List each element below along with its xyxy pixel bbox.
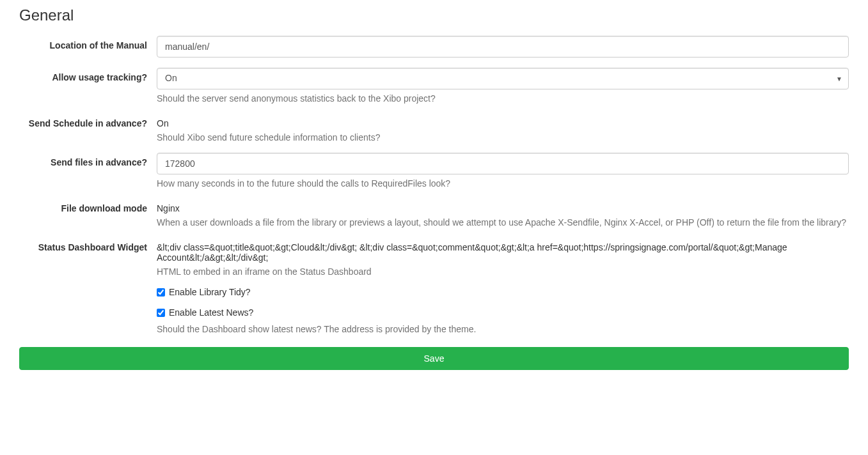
status-widget-value: &lt;div class=&quot;title&quot;&gt;Cloud…	[157, 238, 849, 263]
usage-tracking-help: Should the server send anonymous statist…	[157, 93, 849, 104]
form-group-status-widget: Status Dashboard Widget &lt;div class=&q…	[19, 238, 849, 277]
form-group-download-mode: File download mode Nginx When a user dow…	[19, 199, 849, 228]
send-schedule-value: On	[157, 114, 849, 128]
send-files-input[interactable]	[157, 153, 849, 174]
send-files-help: How many seconds in to the future should…	[157, 178, 849, 189]
status-widget-help: HTML to embed in an iframe on the Status…	[157, 266, 849, 277]
library-tidy-label: Enable Library Tidy?	[169, 287, 251, 297]
status-widget-label: Status Dashboard Widget	[19, 238, 157, 252]
save-button[interactable]: Save	[19, 347, 849, 370]
send-schedule-help: Should Xibo send future schedule informa…	[157, 132, 849, 143]
form-group-send-schedule: Send Schedule in advance? On Should Xibo…	[19, 114, 849, 143]
download-mode-label: File download mode	[19, 199, 157, 213]
download-mode-help: When a user downloads a file from the li…	[157, 217, 849, 228]
latest-news-checkbox[interactable]	[157, 309, 165, 317]
download-mode-value: Nginx	[157, 199, 849, 213]
send-schedule-label: Send Schedule in advance?	[19, 114, 157, 128]
latest-news-help: Should the Dashboard show latest news? T…	[157, 324, 849, 334]
section-title: General	[19, 6, 849, 24]
latest-news-label: Enable Latest News?	[169, 307, 253, 318]
form-group-send-files: Send files in advance? How many seconds …	[19, 153, 849, 189]
latest-news-row: Enable Latest News?	[157, 307, 849, 318]
usage-tracking-select[interactable]: On	[157, 68, 849, 89]
form-group-manual-location: Location of the Manual	[19, 36, 849, 58]
manual-location-label: Location of the Manual	[19, 36, 157, 50]
send-files-label: Send files in advance?	[19, 153, 157, 167]
usage-tracking-label: Allow usage tracking?	[19, 68, 157, 82]
form-group-usage-tracking: Allow usage tracking? On ▼ Should the se…	[19, 68, 849, 104]
library-tidy-row: Enable Library Tidy?	[157, 287, 849, 297]
manual-location-input[interactable]	[157, 36, 849, 58]
library-tidy-checkbox[interactable]	[157, 288, 165, 297]
